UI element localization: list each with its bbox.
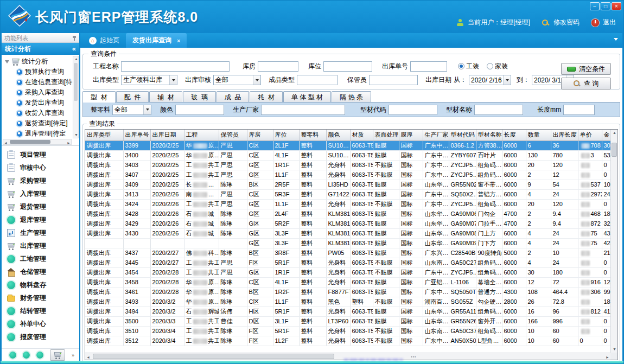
manufacturer-input[interactable] (261, 105, 345, 115)
project-name-input[interactable] (121, 61, 230, 72)
table-row[interactable]: 调拨出库34942020/3/2石辉城汤伟H区5R1F整料光身料6063-T5贴… (85, 306, 615, 316)
sidebar-item-仓储管理[interactable]: 仓储管理 (2, 265, 79, 278)
out-type-select[interactable]: 生产领料出库 (121, 75, 177, 85)
collapse-icon[interactable]: « (72, 43, 76, 55)
order-no-input[interactable] (410, 61, 447, 72)
column-header[interactable]: 单价 (578, 130, 602, 141)
sidebar-item-入库管理[interactable]: 入库管理 (2, 187, 79, 200)
sidebar-item-采购管理[interactable]: 采购管理 (2, 174, 79, 187)
tree-root[interactable]: 统计分析 (5, 56, 72, 67)
material-tab[interactable]: 耗 材 (250, 91, 283, 102)
table-row[interactable]: 调拨出库34612020/2/28华原…陈琳B区1R2F整料F8877FT606… (85, 287, 615, 297)
table-row[interactable]: 调拨出库34092020/2/25长…陈琳B区2R5F整料LI35HD6063-… (85, 180, 615, 189)
sidebar-item-出库管理[interactable]: 出库管理 (2, 239, 79, 252)
table-row[interactable]: 调拨出库34452020/2/27工共工程严思F区5R1F整料光身料6063-T… (85, 258, 615, 267)
date-from-select[interactable]: 2020/ 2/16 (469, 75, 511, 85)
overflow-module-icon[interactable] (23, 352, 30, 359)
profile-name-input[interactable] (474, 105, 523, 115)
table-row[interactable]: 调拨出库35002020/3/3工共工程曹佳D区3L1F整料LT3P606063… (85, 316, 615, 326)
search-button[interactable]: 查 询 (561, 78, 611, 90)
column-header[interactable]: 表面处理 (373, 130, 399, 141)
tree-item[interactable]: 退库管理[待定 (5, 129, 72, 139)
logout-link[interactable]: 退出 (603, 18, 616, 27)
tab-home[interactable]: ⌂ 起始页 (82, 33, 126, 48)
column-header[interactable]: 数量 (526, 130, 551, 141)
tree-item[interactable]: 采购入库查询 (5, 87, 72, 98)
column-header[interactable]: 出库类型 (85, 130, 123, 141)
minimize-button[interactable]: − (590, 2, 600, 10)
table-row[interactable]: 调拨出库33992020/2/25华原…严思C区2L1F整料SU10…6063-… (85, 141, 615, 150)
profile-code-input[interactable] (389, 105, 437, 115)
column-header[interactable]: 整零料 (299, 130, 326, 141)
material-tab[interactable]: 玻 璃 (183, 91, 216, 102)
material-tab[interactable]: 隔 热 条 (332, 91, 371, 102)
table-row[interactable]: 调拨出库34132020/2/26南…严思C区5R3F整料G714226063-… (85, 189, 615, 199)
warehouse-input[interactable] (258, 61, 298, 72)
column-header[interactable]: 库房 (247, 130, 273, 141)
sidebar-item-工地管理[interactable]: 工地管理 (2, 252, 79, 265)
table-row[interactable]: 调拨出库35102020/3/4工共工程陈琳F区5R1F整料光身料6063-T5… (85, 326, 615, 336)
length-input[interactable] (563, 105, 595, 115)
column-header[interactable]: 出库长度 (551, 130, 578, 141)
sidebar-item-物料盘存[interactable]: 物料盘存 (2, 278, 79, 291)
audit-select[interactable]: 全部 (213, 75, 261, 85)
tab-shipment-query[interactable]: 发货出库查询 × (126, 33, 187, 48)
radio-gongzhuang[interactable]: 工装 (458, 62, 479, 71)
tree-item[interactable]: 预算执行查询 (5, 67, 72, 77)
tree-item[interactable]: 收货入库查询 (5, 108, 72, 118)
grid-vertical-scrollbar[interactable]: ▲ ▼ (610, 130, 617, 353)
sidebar-item-报废管理[interactable]: 报废管理 (2, 330, 79, 343)
column-header[interactable]: 生产厂家 (423, 130, 449, 141)
product-type-input[interactable] (297, 75, 338, 85)
table-row[interactable]: 调拨出库34582020/2/28华原…陈琳C区4L1F整料光身料6063-T5… (85, 277, 615, 287)
tree-item[interactable]: 在途信息查询[待 (5, 77, 72, 87)
sidebar-item-审核中心[interactable]: 审核中心 (2, 161, 79, 174)
color-input[interactable] (175, 105, 224, 115)
overflow-cart-button[interactable] (50, 349, 65, 361)
table-row[interactable]: 调拨出库34072020/2/25工共工程严思G区1L1F整料光身料6063-T… (85, 170, 615, 180)
tree-horizontal-scrollbar[interactable]: ◄ ► (3, 139, 72, 145)
tree-item[interactable]: 退货查询[待定] (5, 118, 72, 129)
table-row[interactable]: 调拨出库34372020/2/27佛科…陈琳B区3R8F整料PW056063-T… (85, 248, 615, 258)
whole-part-select[interactable]: 全部 (112, 105, 151, 115)
sidebar-item-补单中心[interactable]: 补单中心 (2, 317, 79, 330)
section-header[interactable]: 统计分析 « (2, 43, 79, 55)
column-header[interactable]: 长度 (502, 130, 526, 141)
sidebar-item-结转管理[interactable]: 结转管理 (2, 304, 79, 317)
radio-jiazhuang[interactable]: 家装 (487, 62, 508, 71)
sidebar-item-退库管理[interactable]: 退库管理 (2, 213, 79, 226)
sidebar-item-项目管理[interactable]: 项目管理 (2, 148, 79, 161)
overflow-module-icon[interactable] (9, 352, 16, 359)
material-tab[interactable]: 成 品 (217, 91, 250, 102)
column-header[interactable]: 型材代码 (449, 130, 476, 141)
more-modules-chevron[interactable]: » (72, 353, 74, 357)
column-header[interactable]: 工程 (184, 130, 219, 141)
table-row[interactable]: 调拨出库34292020/2/26石城陈琳G区5R2F整料KLM38176063… (85, 219, 615, 228)
change-password-link[interactable]: 修改密码 (553, 18, 580, 27)
tree-expander-icon[interactable] (5, 60, 9, 63)
column-header[interactable]: 库位 (273, 130, 299, 141)
material-tab[interactable]: 型 材 (82, 91, 116, 103)
table-row[interactable]: 调拨出库34242020/2/26工共工程严思G区1L1F整料光身料6063-T… (85, 199, 615, 209)
location-input[interactable] (323, 61, 372, 72)
column-header[interactable]: 膜厚 (399, 130, 423, 141)
overflow-module-icon[interactable] (36, 352, 43, 359)
sidebar-item-生产管理[interactable]: 生产管理 (2, 226, 79, 239)
tab-list-dropdown-icon[interactable] (614, 38, 618, 41)
clear-conditions-button[interactable]: 清空条件 (561, 63, 611, 75)
column-header[interactable]: 型材名称 (476, 130, 502, 141)
column-header[interactable]: 材质 (350, 130, 373, 141)
column-header[interactable]: 保管员 (219, 130, 247, 141)
table-row[interactable]: 调拨出库34302020/2/26石城陈琳G区3L3F整料KLM38176063… (85, 228, 615, 238)
close-button[interactable]: × (612, 2, 621, 10)
column-header[interactable]: 出库单号 (123, 130, 150, 141)
sidebar-item-退货管理[interactable]: 退货管理 (2, 200, 79, 213)
sidebar-item-财务管理[interactable]: 财务管理 (2, 291, 79, 304)
column-header[interactable]: 颜色 (326, 130, 350, 141)
table-row[interactable]: 调拨出库34932020/3/2华原…陈琳C区1L1F整料黑色塑料不贴膜国标湖南… (85, 297, 615, 306)
tab-close-icon[interactable]: × (175, 37, 180, 44)
material-tab[interactable]: 单 体 型 材 (283, 91, 331, 102)
keeper-input[interactable] (369, 75, 418, 85)
material-tab[interactable]: 配 件 (116, 91, 149, 102)
table-row[interactable]: G区3L3F整料KLM38176063-T5贴膜国标山东华…GA90M09…门下… (85, 238, 615, 248)
